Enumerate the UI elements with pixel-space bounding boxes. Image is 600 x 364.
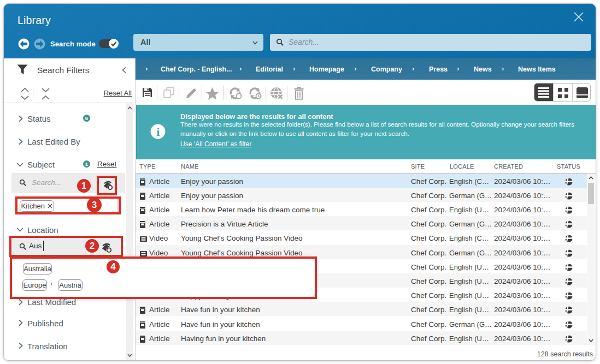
svg-text:i: i [157,126,160,139]
